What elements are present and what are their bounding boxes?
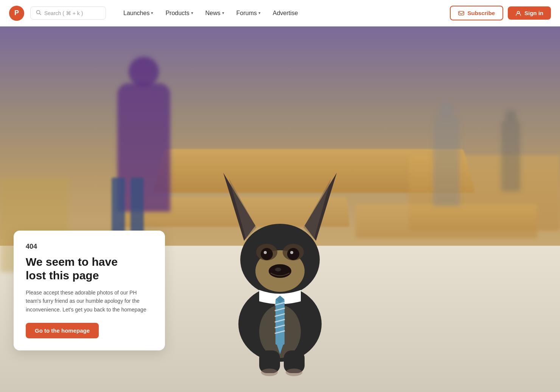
- error-code: 404: [26, 243, 153, 251]
- nav-launches-label: Launches: [123, 10, 149, 17]
- search-box[interactable]: Search ( ⌘ + k ): [30, 6, 106, 20]
- nav-forums-label: Forums: [236, 10, 257, 17]
- navbar: P Search ( ⌘ + k ) Launches ▾ Products ▾…: [0, 0, 560, 26]
- signin-icon: [515, 10, 521, 16]
- logo-letter: P: [14, 9, 19, 17]
- svg-point-26: [286, 369, 302, 376]
- chevron-down-icon: ▾: [191, 11, 193, 15]
- error-description: Please accept these adorable photos of o…: [26, 288, 153, 314]
- svg-point-15: [275, 268, 281, 271]
- signin-label: Sign in: [524, 10, 543, 16]
- dog-image: [201, 97, 359, 392]
- svg-point-25: [261, 369, 278, 376]
- svg-line-1: [40, 14, 41, 15]
- search-placeholder: Search ( ⌘ + k ): [44, 10, 83, 16]
- chevron-down-icon: ▾: [151, 11, 153, 15]
- nav-right: Subscribe Sign in: [450, 6, 551, 20]
- subscribe-label: Subscribe: [467, 10, 495, 16]
- nav-item-advertise[interactable]: Advertise: [268, 7, 303, 20]
- error-title: We seem to have lost this page: [26, 255, 153, 282]
- nav-news-label: News: [205, 10, 221, 17]
- subscribe-button[interactable]: Subscribe: [450, 6, 503, 20]
- chevron-down-icon: ▾: [222, 11, 224, 15]
- svg-point-12: [264, 251, 267, 254]
- search-icon: [36, 10, 41, 16]
- go-to-homepage-button[interactable]: Go to the homepage: [26, 323, 99, 338]
- nav-item-products[interactable]: Products ▾: [160, 7, 198, 20]
- subscribe-icon: [458, 10, 464, 16]
- svg-rect-2: [459, 11, 464, 15]
- error-card: 404 We seem to have lost this page Pleas…: [14, 231, 165, 350]
- error-title-line2: lost this page: [26, 269, 99, 282]
- nav-links: Launches ▾ Products ▾ News ▾ Forums ▾ Ad…: [118, 7, 450, 20]
- error-title-line1: We seem to have: [26, 256, 118, 268]
- person-3: [499, 110, 522, 200]
- person-2: [431, 102, 462, 215]
- chevron-down-icon: ▾: [258, 11, 261, 15]
- nav-item-forums[interactable]: Forums ▾: [231, 7, 266, 20]
- signin-button[interactable]: Sign in: [508, 6, 551, 20]
- svg-point-11: [287, 248, 299, 260]
- nav-item-news[interactable]: News ▾: [200, 7, 230, 20]
- svg-point-10: [261, 248, 273, 260]
- nav-products-label: Products: [165, 10, 189, 17]
- nav-advertise-label: Advertise: [273, 10, 298, 17]
- svg-point-13: [290, 251, 293, 254]
- logo[interactable]: P: [9, 6, 24, 21]
- nav-item-launches[interactable]: Launches ▾: [118, 7, 159, 20]
